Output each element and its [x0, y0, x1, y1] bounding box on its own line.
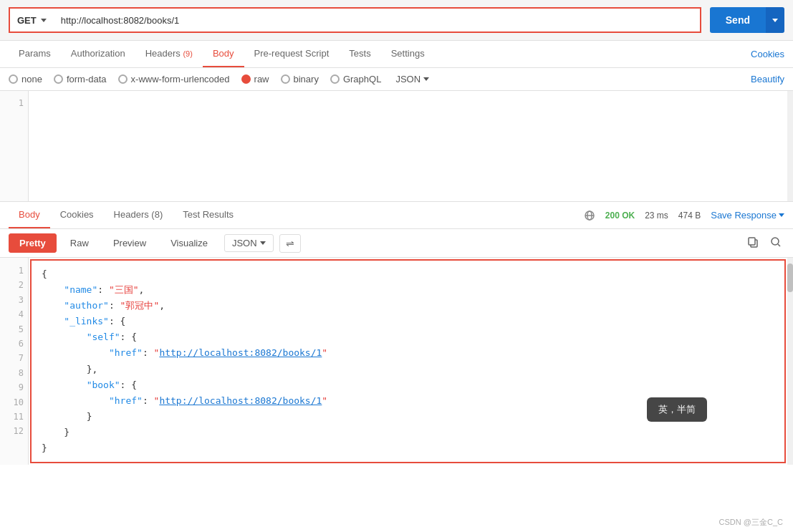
req-scrollbar[interactable] — [787, 91, 793, 201]
beautify-button[interactable]: Beautify — [751, 74, 784, 84]
request-tabs: Params Authorization Headers (9) Body Pr… — [0, 41, 793, 68]
resp-line-numbers: 1 2 3 4 5 6 7 8 9 10 11 12 — [0, 258, 29, 465]
request-editor-content[interactable] — [29, 91, 787, 201]
json-line-1: { — [42, 266, 774, 282]
response-time: 23 ms — [645, 211, 668, 221]
format-raw-button[interactable]: Raw — [59, 233, 100, 253]
tab-params[interactable]: Params — [9, 41, 61, 67]
json-line-3: "author": "郭冠中", — [42, 298, 774, 314]
url-input[interactable] — [54, 7, 701, 33]
tab-headers[interactable]: Headers (9) — [135, 41, 203, 67]
ime-indicator: 英，半简 — [647, 397, 707, 422]
json-line-12: } — [42, 440, 774, 456]
json-line-11: } — [42, 425, 774, 440]
radio-raw-dot — [241, 74, 251, 84]
resp-scrollbar[interactable] — [787, 258, 793, 465]
method-select[interactable]: GET — [9, 7, 54, 33]
send-chevron-icon — [772, 19, 778, 22]
json-line-4: "_links": { — [42, 314, 774, 329]
format-preview-button[interactable]: Preview — [102, 233, 157, 253]
resp-tab-test-results[interactable]: Test Results — [173, 202, 244, 228]
tab-authorization[interactable]: Authorization — [61, 41, 135, 67]
response-body: 1 2 3 4 5 6 7 8 9 10 11 12 { "name": "三国… — [0, 258, 793, 465]
resp-json-select[interactable]: JSON — [224, 234, 274, 252]
tab-settings[interactable]: Settings — [381, 41, 435, 67]
json-line-5: "self": { — [42, 329, 774, 345]
save-response-chevron-icon — [779, 213, 784, 217]
response-meta: 200 OK 23 ms 474 B Save Response — [584, 210, 784, 221]
svg-line-6 — [778, 244, 780, 246]
radio-graphql[interactable]: GraphQL — [330, 74, 381, 84]
search-icon — [770, 236, 782, 248]
format-visualize-button[interactable]: Visualize — [160, 233, 218, 253]
radio-form-data[interactable]: form-data — [54, 74, 107, 84]
json-line-7: }, — [42, 362, 774, 377]
resp-format-icons — [744, 233, 784, 253]
cookies-link[interactable]: Cookies — [751, 49, 784, 59]
scrollbar-thumb — [787, 263, 793, 292]
url-bar: GET Send — [0, 0, 793, 41]
radio-binary[interactable]: binary — [281, 74, 319, 84]
response-format-row: Pretty Raw Preview Visualize JSON ⇌ — [0, 229, 793, 258]
filter-icon-button[interactable]: ⇌ — [279, 234, 301, 253]
resp-tab-headers[interactable]: Headers (8) — [104, 202, 173, 228]
tab-body[interactable]: Body — [203, 41, 244, 67]
response-tabs-bar: Body Cookies Headers (8) Test Results 20… — [0, 202, 793, 229]
json-line-2: "name": "三国", — [42, 282, 774, 298]
radio-form-data-dot — [54, 74, 63, 84]
copy-icon — [747, 236, 759, 248]
svg-point-5 — [772, 238, 779, 245]
response-content[interactable]: { "name": "三国", "author": "郭冠中", "_links… — [30, 259, 786, 463]
radio-binary-dot — [281, 74, 290, 84]
send-button[interactable]: Send — [710, 7, 766, 33]
svg-rect-4 — [749, 238, 755, 245]
json-format-select[interactable]: JSON — [395, 74, 429, 84]
save-response-button[interactable]: Save Response — [711, 210, 784, 221]
format-pretty-button[interactable]: Pretty — [9, 233, 57, 253]
resp-tab-cookies[interactable]: Cookies — [50, 202, 104, 228]
globe-icon — [584, 210, 595, 221]
status-badge: 200 OK — [605, 211, 635, 221]
response-size: 474 B — [678, 211, 701, 221]
radio-urlencoded-dot — [118, 74, 128, 84]
search-icon-button[interactable] — [767, 233, 784, 253]
tab-pre-request-script[interactable]: Pre-request Script — [244, 41, 340, 67]
resp-json-chevron-icon — [260, 241, 266, 245]
tab-tests[interactable]: Tests — [339, 41, 380, 67]
footer-label: CSDN @三金C_C — [719, 517, 783, 528]
radio-urlencoded[interactable]: x-www-form-urlencoded — [118, 74, 230, 84]
json-line-6: "href": "http://localhost:8082/books/1" — [42, 345, 774, 361]
req-line-numbers: 1 — [0, 91, 29, 201]
send-btn-container: Send — [710, 7, 784, 33]
response-section: Body Cookies Headers (8) Test Results 20… — [0, 202, 793, 465]
radio-graphql-dot — [330, 74, 340, 84]
json-format-chevron-icon — [423, 77, 429, 81]
resp-tab-body[interactable]: Body — [9, 202, 50, 228]
radio-raw[interactable]: raw — [241, 74, 269, 84]
method-label: GET — [17, 15, 37, 26]
request-body-editor: 1 — [0, 91, 793, 202]
json-line-8: "book": { — [42, 377, 774, 393]
radio-none[interactable]: none — [9, 74, 42, 84]
send-dropdown-button[interactable] — [766, 7, 784, 33]
body-type-row: none form-data x-www-form-urlencoded raw… — [0, 68, 793, 91]
copy-icon-button[interactable] — [744, 233, 761, 253]
radio-none-dot — [9, 74, 18, 84]
method-chevron-icon — [41, 19, 47, 22]
